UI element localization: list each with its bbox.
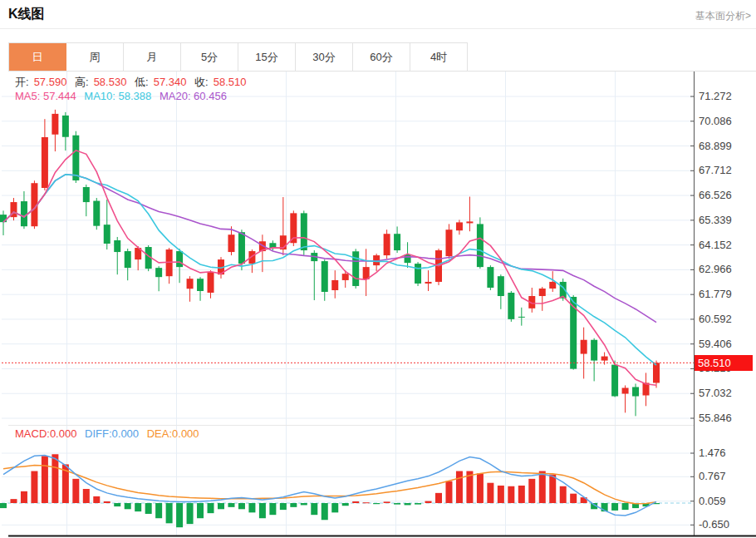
macd-axis-label: 1.476 xyxy=(699,447,726,459)
price-axis-label: 66.526 xyxy=(699,189,732,201)
price-axis-label: 70.086 xyxy=(699,115,732,127)
diff-value: DIFF:0.000 xyxy=(85,427,139,440)
price-axis-label: 57.032 xyxy=(699,387,732,399)
ma20-value: MA20: 60.456 xyxy=(160,90,227,102)
open-label: 开: xyxy=(15,76,29,88)
macd-axis-label: 0.059 xyxy=(699,495,726,507)
price-axis-label: 60.592 xyxy=(699,313,732,325)
high-value: 58.530 xyxy=(94,76,127,88)
price-axis-label: 59.406 xyxy=(699,338,732,350)
close-label: 收: xyxy=(194,76,209,88)
open-value: 57.590 xyxy=(34,76,67,88)
macd-legend: MACD:0.000 DIFF:0.000 DEA:0.000 xyxy=(15,427,204,440)
close-value: 58.510 xyxy=(214,76,247,88)
dea-value: DEA:0.000 xyxy=(147,427,199,440)
price-axis-label: 64.152 xyxy=(699,239,732,251)
macd-axis-label: -0.650 xyxy=(699,518,729,531)
price-axis-label: 71.272 xyxy=(699,90,732,102)
macd-value: MACD:0.000 xyxy=(15,427,76,440)
ma10-value: MA10: 58.388 xyxy=(84,90,151,102)
price-axis-label: 65.339 xyxy=(699,214,732,226)
macd-axis-label: 0.767 xyxy=(699,470,726,482)
current-price-tag: 58.510 xyxy=(695,355,753,371)
low-label: 低: xyxy=(135,76,149,88)
price-axis-label: 62.966 xyxy=(699,263,732,275)
ohlc-legend: 开:57.590 高:58.530 低:57.340 收:58.510 xyxy=(15,75,251,90)
price-axis-label: 68.899 xyxy=(699,140,732,152)
high-label: 高: xyxy=(75,76,89,88)
ma-legend: MA5: 57.444 MA10: 58.388 MA20: 60.456 xyxy=(15,90,232,102)
low-value: 57.340 xyxy=(154,76,187,88)
price-axis-label: 61.779 xyxy=(699,288,732,300)
price-axis-label: 67.712 xyxy=(699,164,732,176)
price-axis-label: 55.846 xyxy=(699,412,732,424)
ma5-value: MA5: 57.444 xyxy=(15,90,76,102)
